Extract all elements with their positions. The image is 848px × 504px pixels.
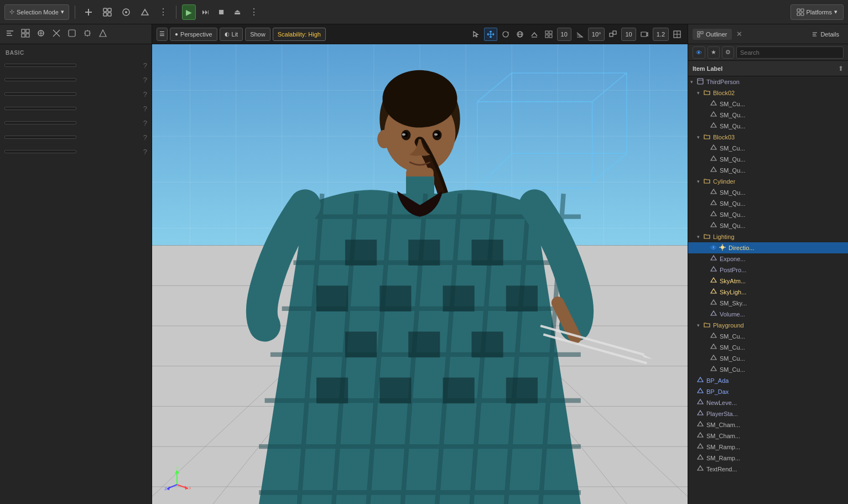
viewport-layout-button[interactable] — [671, 28, 683, 41]
grid-size-display[interactable]: 10 — [557, 28, 571, 41]
tree-item[interactable]: SM_Sky... — [688, 298, 848, 309]
perspective-button[interactable]: ● Perspective — [170, 28, 217, 41]
grid-button[interactable] — [543, 28, 555, 41]
tree-expand-arrow[interactable]: ▾ — [697, 323, 704, 328]
panel-input-2[interactable] — [4, 78, 76, 81]
help-icon-7[interactable]: ? — [143, 148, 147, 156]
eject-button[interactable]: ⏏ — [231, 4, 243, 20]
show-button[interactable]: Show — [245, 28, 270, 41]
stop-button[interactable]: ⏹ — [215, 4, 228, 20]
tree-item[interactable]: 👁Directio... — [688, 242, 848, 253]
visibility-filter-button[interactable]: 👁 — [693, 46, 705, 59]
tree-item[interactable]: ▾ThirdPerson — [688, 76, 848, 87]
panel-toolbar-btn-3[interactable] — [34, 27, 48, 41]
tree-item[interactable]: SM_Qu... — [688, 209, 848, 220]
world-space-button[interactable] — [514, 28, 526, 41]
tree-item[interactable]: SM_Qu... — [688, 220, 848, 231]
tree-item[interactable]: SM_Cu... — [688, 364, 848, 375]
help-icon-3[interactable]: ? — [143, 90, 147, 98]
scale-value-display[interactable]: 10 — [621, 28, 636, 41]
tree-item[interactable]: NewLeve... — [688, 397, 848, 408]
tree-item[interactable]: ▾Block03 — [688, 132, 848, 143]
sort-icon[interactable]: ⬆ — [838, 65, 844, 72]
select-mode-button[interactable] — [470, 28, 482, 41]
tree-item[interactable]: BP_Ada — [688, 375, 848, 386]
bookmark-filter-button[interactable]: ★ — [707, 46, 720, 59]
panel-input-7[interactable] — [4, 150, 76, 153]
angle-value-display[interactable]: 10° — [588, 28, 605, 41]
viewport-menu-button[interactable]: ☰ — [157, 28, 168, 41]
tree-item[interactable]: SM_Cu... — [688, 331, 848, 342]
tree-item[interactable]: SM_Ramp... — [688, 453, 848, 464]
play-button[interactable]: ▶ — [182, 4, 196, 20]
move-button[interactable] — [484, 28, 497, 41]
help-icon-6[interactable]: ? — [143, 133, 147, 142]
tree-item[interactable]: Expone... — [688, 253, 848, 264]
outliner-close-button[interactable]: ✕ — [734, 29, 745, 39]
visibility-toggle[interactable]: 👁 — [709, 244, 718, 252]
tree-expand-arrow[interactable]: ▾ — [697, 90, 704, 96]
outliner-tree[interactable]: ▾ThirdPerson▾Block02 SM_Cu... SM_Qu... S… — [688, 76, 848, 504]
tree-item[interactable]: PlayerSta... — [688, 408, 848, 419]
tree-expand-arrow[interactable]: ▾ — [690, 79, 697, 85]
platforms-button[interactable]: Platforms ▾ — [790, 4, 844, 20]
outliner-search-input[interactable] — [736, 46, 844, 59]
angle-snap-button[interactable] — [574, 28, 586, 41]
panel-toolbar-btn-2[interactable] — [19, 27, 32, 41]
tree-item[interactable]: ▾Block02 — [688, 87, 848, 98]
tree-item[interactable]: SM_Cu... — [688, 353, 848, 364]
build-button[interactable] — [137, 4, 153, 20]
tree-item[interactable]: SkyLigh... — [688, 287, 848, 298]
extra-button[interactable]: ⋮ — [247, 4, 261, 20]
tree-item[interactable]: SM_Cu... — [688, 143, 848, 154]
tree-item[interactable]: ▾Cylinder — [688, 176, 848, 187]
tree-item[interactable]: TextRend... — [688, 464, 848, 475]
tree-item[interactable]: SkyAtm... — [688, 276, 848, 287]
tree-item[interactable]: PostPro... — [688, 264, 848, 276]
panel-input-1[interactable] — [4, 64, 76, 67]
panel-toolbar-btn-6[interactable] — [81, 27, 94, 41]
panel-toolbar-btn-5[interactable] — [65, 27, 79, 41]
tree-item[interactable]: ▾Playground — [688, 320, 848, 331]
help-icon-1[interactable]: ? — [143, 61, 147, 70]
tree-item[interactable]: SM_Cham... — [688, 430, 848, 441]
panel-input-5[interactable] — [4, 121, 76, 124]
tree-item[interactable]: BP_Dax — [688, 386, 848, 397]
more-button[interactable]: ⋮ — [156, 4, 170, 20]
selection-mode-button[interactable]: ⊹ Selection Mode ▾ — [4, 4, 69, 20]
settings-filter-button[interactable]: ⚙ — [722, 46, 734, 59]
zoom-level-display[interactable]: 1.2 — [653, 28, 669, 41]
add-actor-button[interactable] — [81, 4, 96, 20]
panel-input-6[interactable] — [4, 136, 76, 139]
tree-item[interactable]: SM_Qu... — [688, 154, 848, 165]
camera-options-button[interactable] — [638, 28, 651, 41]
tree-item[interactable]: SM_Qu... — [688, 187, 848, 198]
tree-expand-arrow[interactable]: ▾ — [697, 134, 704, 140]
content-browser-button[interactable] — [100, 4, 115, 20]
tree-item[interactable]: SM_Cu... — [688, 342, 848, 353]
tree-item[interactable]: SM_Qu... — [688, 165, 848, 176]
tree-item[interactable]: SM_Qu... — [688, 110, 848, 121]
panel-toolbar-btn-7[interactable] — [96, 27, 110, 41]
tab-details[interactable]: Details — [807, 29, 844, 40]
rotate-button[interactable] — [500, 28, 512, 41]
panel-toolbar-btn-1[interactable] — [3, 27, 17, 41]
tree-item[interactable]: ▾Lighting — [688, 231, 848, 242]
viewport[interactable]: ☰ ● Perspective ◐ Lit Show Scalability: … — [152, 24, 688, 504]
surface-snapping-button[interactable] — [528, 28, 540, 41]
panel-input-4[interactable] — [4, 107, 76, 110]
help-icon-4[interactable]: ? — [143, 105, 147, 113]
tree-item[interactable]: SM_Qu... — [688, 121, 848, 132]
play-skip-button[interactable]: ⏭ — [199, 4, 212, 20]
lit-button[interactable]: ◐ Lit — [220, 28, 243, 41]
tree-item[interactable]: SM_Cu... — [688, 98, 848, 110]
help-icon-2[interactable]: ? — [143, 76, 147, 84]
scale-snap-button[interactable] — [607, 28, 619, 41]
tree-item[interactable]: Volume... — [688, 309, 848, 320]
help-icon-5[interactable]: ? — [143, 119, 147, 127]
tree-item[interactable]: SM_Qu... — [688, 198, 848, 209]
tree-item[interactable]: SM_Ramp... — [688, 441, 848, 453]
panel-toolbar-btn-4[interactable] — [50, 27, 63, 41]
tree-expand-arrow[interactable]: ▾ — [697, 179, 704, 184]
snap-button[interactable] — [118, 4, 134, 20]
